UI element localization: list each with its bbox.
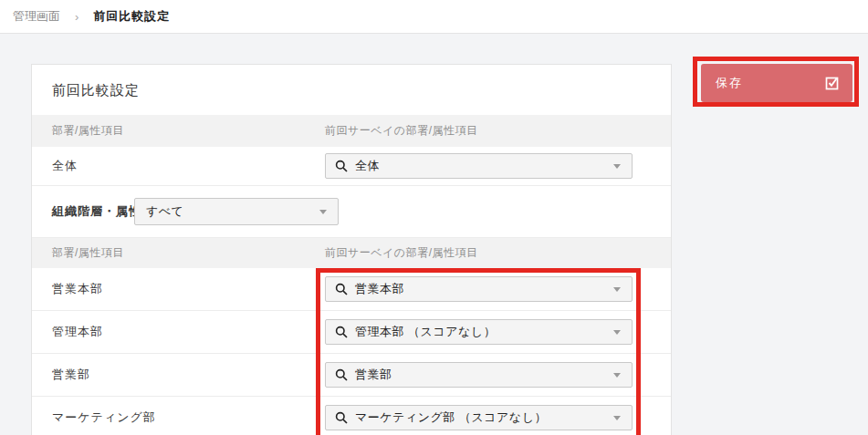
column-header-row-2: 部署/属性項目 前回サーベイの部署/属性項目 <box>32 238 671 268</box>
hierarchy-filter-label: 組織階層・属性 <box>32 203 141 220</box>
chevron-down-icon <box>319 210 327 214</box>
column-header-right: 前回サーベイの部署/属性項目 <box>325 123 671 139</box>
search-icon <box>335 368 348 381</box>
overall-select[interactable]: 全体 <box>325 153 633 179</box>
search-icon <box>335 160 348 172</box>
mapping-select-value: 管理本部 （スコアなし） <box>355 324 496 340</box>
column-header-left: 部署/属性項目 <box>32 123 325 139</box>
mapping-row: 営業部 営業部 <box>32 354 671 397</box>
mapping-row-label: 営業部 <box>32 367 90 383</box>
overall-row: 全体 全体 <box>32 147 671 186</box>
mapping-row-label: 営業本部 <box>32 281 103 297</box>
chevron-down-icon <box>613 330 621 335</box>
save-button-label: 保存 <box>716 75 743 91</box>
chevron-down-icon <box>613 164 621 169</box>
mapping-select[interactable]: 営業部 <box>325 362 633 388</box>
checkbox-checked-icon <box>825 76 840 90</box>
search-icon <box>335 411 348 424</box>
column-header-left: 部署/属性項目 <box>32 245 325 261</box>
breadcrumb-parent-link[interactable]: 管理画面 <box>13 8 60 25</box>
chevron-down-icon <box>613 416 621 420</box>
mapping-row: 管理本部 管理本部 （スコアなし） <box>32 311 671 354</box>
overall-select-value: 全体 <box>355 158 380 174</box>
mapping-select[interactable]: 管理本部 （スコアなし） <box>325 319 633 345</box>
breadcrumb-separator-icon: › <box>75 10 78 24</box>
hierarchy-filter-select-value: すべて <box>146 203 183 220</box>
breadcrumb-current: 前回比較設定 <box>93 8 170 25</box>
search-icon <box>335 326 348 338</box>
chevron-down-icon <box>613 287 621 292</box>
mapping-row-label: マーケティング部 <box>32 409 156 426</box>
hierarchy-filter-row: 組織階層・属性 すべて <box>32 186 671 238</box>
mapping-row: 営業本部 営業本部 <box>32 268 671 311</box>
save-button[interactable]: 保存 <box>701 64 852 102</box>
search-icon <box>335 283 348 295</box>
previous-comparison-settings-card: 前回比較設定 部署/属性項目 前回サーベイの部署/属性項目 全体 全体 組織階層… <box>31 64 672 435</box>
mapping-select[interactable]: マーケティング部 （スコアなし） <box>325 405 633 430</box>
mapping-select[interactable]: 営業本部 <box>325 276 633 302</box>
mapping-select-value: マーケティング部 （スコアなし） <box>355 409 547 426</box>
chevron-down-icon <box>613 373 621 378</box>
card-title: 前回比較設定 <box>32 65 671 115</box>
mapping-select-value: 営業本部 <box>355 281 404 297</box>
breadcrumb: 管理画面 › 前回比較設定 <box>0 0 868 34</box>
mapping-row: マーケティング部 マーケティング部 （スコアなし） <box>32 397 671 435</box>
mapping-row-label: 管理本部 <box>32 324 103 340</box>
overall-row-label: 全体 <box>32 158 78 174</box>
column-header-row-1: 部署/属性項目 前回サーベイの部署/属性項目 <box>32 115 671 147</box>
hierarchy-filter-select[interactable]: すべて <box>134 198 339 225</box>
column-header-right: 前回サーベイの部署/属性項目 <box>325 245 671 261</box>
mapping-select-value: 営業部 <box>355 367 392 383</box>
